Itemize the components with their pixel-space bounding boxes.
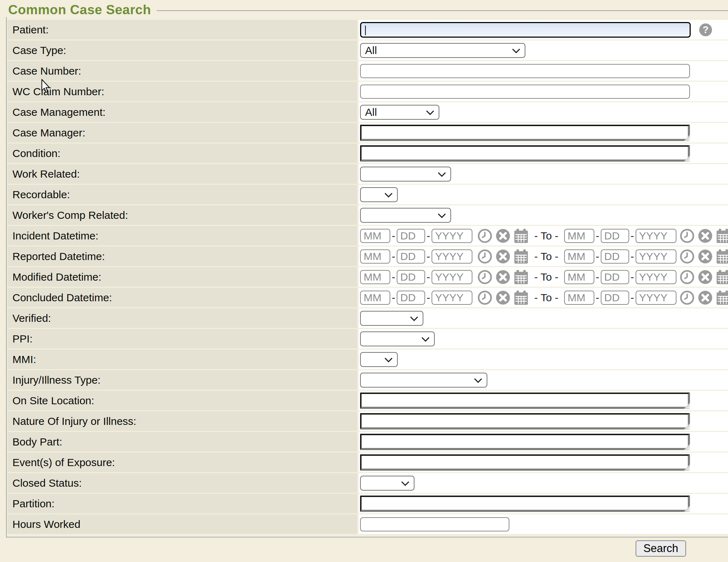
on-site-location-input[interactable] [360, 393, 690, 409]
incident-from-clear-icon[interactable] [496, 228, 510, 243]
injury-illness-type-select[interactable] [360, 373, 487, 388]
reported-from-dd-input[interactable] [397, 249, 425, 264]
reported-from-clear-icon[interactable] [496, 249, 510, 264]
help-icon[interactable]: ? [699, 23, 712, 36]
modified-from-mm-input[interactable] [360, 270, 390, 284]
reported-to-mm-input[interactable] [564, 249, 594, 264]
patient-input[interactable] [360, 22, 691, 38]
mmi-select[interactable] [360, 352, 398, 367]
field-row-case-number: Case Number: [7, 61, 728, 81]
modified-from-clear-icon[interactable] [496, 270, 510, 285]
incident-to-clear-icon[interactable] [698, 228, 713, 243]
modified-to-yyyy-input[interactable] [636, 270, 676, 284]
field-row-wc-claim-number: WC Claim Number: [7, 82, 728, 101]
case-type-select[interactable]: All [360, 43, 525, 58]
modified-to-calendar-icon[interactable] [716, 270, 728, 285]
modified-from-dd-input[interactable] [397, 270, 425, 284]
events-of-exposure-input[interactable] [360, 454, 690, 471]
modified-from-calendar-icon[interactable] [514, 270, 529, 285]
reported-from-calendar-icon[interactable] [514, 249, 529, 264]
modified-to-clear-icon[interactable] [698, 270, 713, 285]
reported-to-dd-input[interactable] [601, 249, 629, 264]
date-range-to-label: - To - [534, 271, 558, 283]
body-part-input-field[interactable] [362, 435, 688, 448]
concluded-from-yyyy-input[interactable] [432, 291, 472, 305]
case-management-select[interactable]: All [360, 105, 439, 120]
mmi-label: MMI: [7, 350, 357, 369]
modified-to-dd-input[interactable] [601, 270, 629, 284]
case-manager-input[interactable] [360, 125, 690, 141]
date-range-to-label: - To - [534, 250, 558, 263]
concluded-to-time-icon[interactable] [680, 290, 695, 305]
concluded-to-dd-input[interactable] [601, 291, 629, 305]
incident-from-mm-input[interactable] [360, 229, 390, 243]
concluded-to-mm-input[interactable] [564, 291, 594, 305]
concluded-to-calendar-icon[interactable] [716, 290, 728, 305]
common-case-search-panel: Patient: ? Case Type: All Case Number: W… [6, 17, 728, 537]
on-site-location-input-field[interactable] [362, 394, 688, 407]
modified-from-yyyy-input[interactable] [432, 270, 472, 284]
partition-label: Partition: [7, 494, 357, 513]
incident-from-calendar-icon[interactable] [514, 228, 529, 243]
events-of-exposure-input-field[interactable] [362, 456, 688, 469]
reported-to-yyyy-input[interactable] [636, 249, 676, 264]
chevron-down-icon [438, 172, 446, 177]
recordable-label: Recordable: [7, 185, 357, 204]
concluded-from-mm-input[interactable] [360, 291, 390, 305]
incident-from-time-icon[interactable] [477, 228, 492, 243]
incident-to-yyyy-input[interactable] [636, 229, 676, 243]
concluded-from-dd-input[interactable] [397, 291, 425, 305]
nature-of-injury-input[interactable] [360, 413, 690, 429]
condition-input-field[interactable] [362, 147, 688, 160]
search-button[interactable]: Search [636, 540, 686, 557]
case-type-selected-value: All [365, 44, 377, 56]
incident-to-mm-input[interactable] [564, 229, 594, 243]
concluded-to-clear-icon[interactable] [698, 290, 713, 305]
work-related-select[interactable] [360, 167, 451, 182]
reported-to-clear-icon[interactable] [698, 249, 713, 264]
ppi-select[interactable] [360, 331, 435, 346]
ppi-label: PPI: [7, 329, 357, 348]
concluded-from-time-icon[interactable] [477, 290, 492, 305]
reported-to-calendar-icon[interactable] [716, 249, 728, 264]
concluded-from-calendar-icon[interactable] [514, 290, 529, 305]
concluded-from-clear-icon[interactable] [496, 290, 510, 305]
incident-to-time-icon[interactable] [680, 228, 695, 243]
field-row-on-site-location: On Site Location: [7, 391, 728, 410]
hours-worked-input[interactable] [360, 517, 509, 531]
body-part-input[interactable] [360, 434, 690, 450]
incident-to-calendar-icon[interactable] [716, 228, 728, 243]
closed-status-select[interactable] [360, 476, 414, 491]
patient-input-field[interactable] [361, 23, 690, 37]
partition-input[interactable] [360, 496, 690, 512]
field-row-patient: Patient: ? [7, 20, 728, 39]
modified-to-mm-input[interactable] [564, 270, 594, 284]
wc-claim-number-input[interactable] [360, 85, 690, 99]
reported-from-yyyy-input[interactable] [432, 249, 472, 264]
date-separator: - [596, 230, 599, 242]
incident-to-dd-input[interactable] [601, 229, 629, 243]
partition-input-field[interactable] [362, 497, 688, 510]
condition-input[interactable] [360, 145, 690, 162]
verified-select[interactable] [360, 311, 423, 326]
reported-datetime-label: Reported Datetime: [7, 247, 357, 266]
case-management-label: Case Management: [7, 102, 357, 122]
recordable-select[interactable] [360, 187, 398, 202]
field-row-reported-datetime: Reported Datetime: - - - To - - - [7, 247, 728, 266]
reported-to-time-icon[interactable] [680, 249, 695, 264]
case-number-input[interactable] [360, 64, 690, 78]
case-manager-input-field[interactable] [362, 126, 688, 139]
reported-from-time-icon[interactable] [477, 249, 492, 264]
reported-from-mm-input[interactable] [360, 249, 390, 264]
concluded-to-yyyy-input[interactable] [636, 291, 676, 305]
field-row-case-manager: Case Manager: [7, 123, 728, 142]
incident-from-yyyy-input[interactable] [432, 229, 472, 243]
date-separator: - [631, 271, 634, 283]
field-row-ppi: PPI: [7, 329, 728, 348]
modified-to-time-icon[interactable] [680, 270, 695, 285]
nature-of-injury-input-field[interactable] [362, 415, 688, 427]
condition-label: Condition: [7, 144, 357, 163]
workers-comp-related-select[interactable] [360, 208, 451, 223]
incident-from-dd-input[interactable] [397, 229, 425, 243]
modified-from-time-icon[interactable] [477, 270, 492, 285]
